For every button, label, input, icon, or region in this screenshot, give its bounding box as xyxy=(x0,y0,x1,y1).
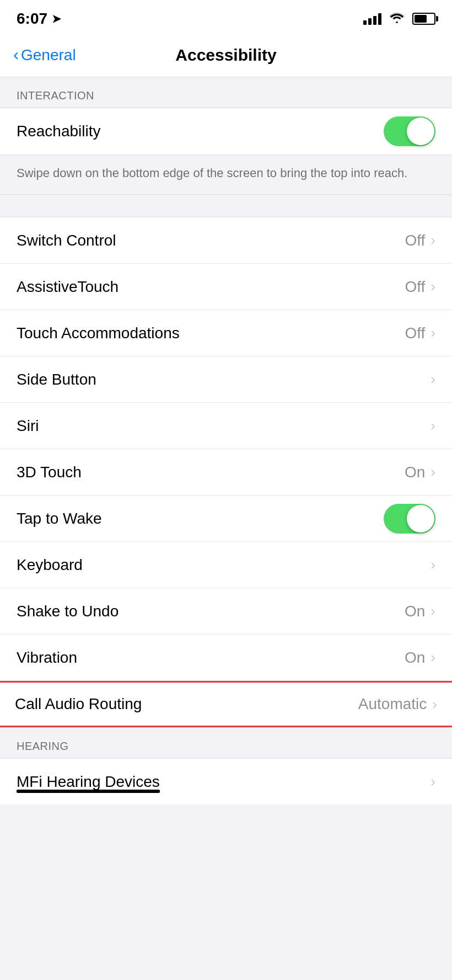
signal-bar-4 xyxy=(378,13,381,25)
label-vibration: Vibration xyxy=(17,649,77,667)
chevron-3d-touch: › xyxy=(431,464,435,481)
row-tap-to-wake[interactable]: Tap to Wake xyxy=(0,496,452,542)
label-siri: Siri xyxy=(17,417,39,435)
value-vibration: On xyxy=(405,649,425,667)
wifi-icon xyxy=(389,11,405,26)
toggle-reachability[interactable] xyxy=(384,116,435,146)
chevron-shake-to-undo: › xyxy=(431,603,435,620)
row-shake-to-undo[interactable]: Shake to Undo On › xyxy=(0,588,452,635)
signal-bars xyxy=(363,13,381,25)
value-touch-accommodations: Off xyxy=(405,324,425,342)
toggle-tap-to-wake[interactable] xyxy=(384,504,435,534)
row-mei-hearing-devices[interactable]: MFi Hearing Devices › xyxy=(0,758,452,805)
label-side-button: Side Button xyxy=(17,371,96,388)
row-assistive-touch[interactable]: AssistiveTouch Off › xyxy=(0,264,452,310)
chevron-switch-control: › xyxy=(431,232,435,249)
chevron-call-audio-routing: › xyxy=(432,696,437,713)
label-shake-to-undo: Shake to Undo xyxy=(17,603,119,620)
row-right-switch-control: Off › xyxy=(405,232,435,249)
toggle-thumb-tap-to-wake xyxy=(407,505,434,532)
location-icon: ➤ xyxy=(52,12,61,25)
time-display: 6:07 xyxy=(17,10,47,28)
value-3d-touch: On xyxy=(405,464,425,481)
toggle-thumb-reachability xyxy=(407,118,434,145)
row-touch-accommodations[interactable]: Touch Accommodations Off › xyxy=(0,310,452,356)
row-switch-control[interactable]: Switch Control Off › xyxy=(0,217,452,264)
status-time: 6:07 ➤ xyxy=(17,10,61,28)
value-call-audio-routing: Automatic xyxy=(358,695,427,713)
mei-text: MFi Hearing Devices xyxy=(17,773,160,791)
chevron-keyboard: › xyxy=(431,556,435,573)
row-right-touch-accommodations: Off › xyxy=(405,324,435,342)
signal-bar-3 xyxy=(373,16,376,25)
label-call-audio-routing: Call Audio Routing xyxy=(15,695,142,713)
label-touch-accommodations: Touch Accommodations xyxy=(17,324,180,342)
row-right-side-button: › xyxy=(431,371,435,388)
signal-bar-2 xyxy=(368,18,372,25)
row-siri[interactable]: Siri › xyxy=(0,403,452,449)
section-header-hearing: HEARING xyxy=(0,728,452,758)
row-right-siri: › xyxy=(431,417,435,434)
label-tap-to-wake: Tap to Wake xyxy=(17,510,102,528)
row-side-button[interactable]: Side Button › xyxy=(0,356,452,403)
signal-bar-1 xyxy=(363,20,367,25)
row-right-vibration: On › xyxy=(405,649,435,667)
row-right-call-audio-routing: Automatic › xyxy=(358,695,437,713)
value-switch-control: Off xyxy=(405,232,425,249)
chevron-touch-accommodations: › xyxy=(431,324,435,342)
nav-header: ‹ General Accessibility xyxy=(0,33,452,77)
section-header-interaction: INTERACTION xyxy=(0,77,452,108)
label-switch-control: Switch Control xyxy=(17,232,116,249)
label-keyboard: Keyboard xyxy=(17,556,83,574)
row-vibration[interactable]: Vibration On › xyxy=(0,635,452,681)
row-label-reachability: Reachability xyxy=(17,122,101,140)
battery-icon xyxy=(412,13,435,25)
chevron-assistive-touch: › xyxy=(431,278,435,295)
hearing-section: HEARING MFi Hearing Devices › xyxy=(0,728,452,805)
row-3d-touch[interactable]: 3D Touch On › xyxy=(0,449,452,496)
chevron-mei-hearing-devices: › xyxy=(431,773,435,790)
value-shake-to-undo: On xyxy=(405,603,425,620)
chevron-vibration: › xyxy=(431,649,435,666)
row-right-keyboard: › xyxy=(431,556,435,573)
settings-group-reachability: Reachability xyxy=(0,108,452,155)
row-right-shake-to-undo: On › xyxy=(405,603,435,620)
reachability-description: Swipe down on the bottom edge of the scr… xyxy=(0,155,452,195)
row-reachability[interactable]: Reachability xyxy=(0,108,452,155)
label-3d-touch: 3D Touch xyxy=(17,464,82,481)
label-mei-hearing-devices: MFi Hearing Devices xyxy=(17,773,160,791)
settings-group-interaction: Switch Control Off › AssistiveTouch Off … xyxy=(0,217,452,728)
status-bar: 6:07 ➤ xyxy=(0,0,452,33)
chevron-side-button: › xyxy=(431,371,435,388)
row-call-audio-routing[interactable]: Call Audio Routing Automatic › xyxy=(0,681,452,727)
chevron-siri: › xyxy=(431,417,435,434)
row-right-assistive-touch: Off › xyxy=(405,278,435,296)
value-assistive-touch: Off xyxy=(405,278,425,296)
label-assistive-touch: AssistiveTouch xyxy=(17,278,119,296)
page-title: Accessibility xyxy=(13,46,439,65)
row-right-3d-touch: On › xyxy=(405,464,435,481)
status-icons xyxy=(363,11,435,26)
row-keyboard[interactable]: Keyboard › xyxy=(0,542,452,588)
